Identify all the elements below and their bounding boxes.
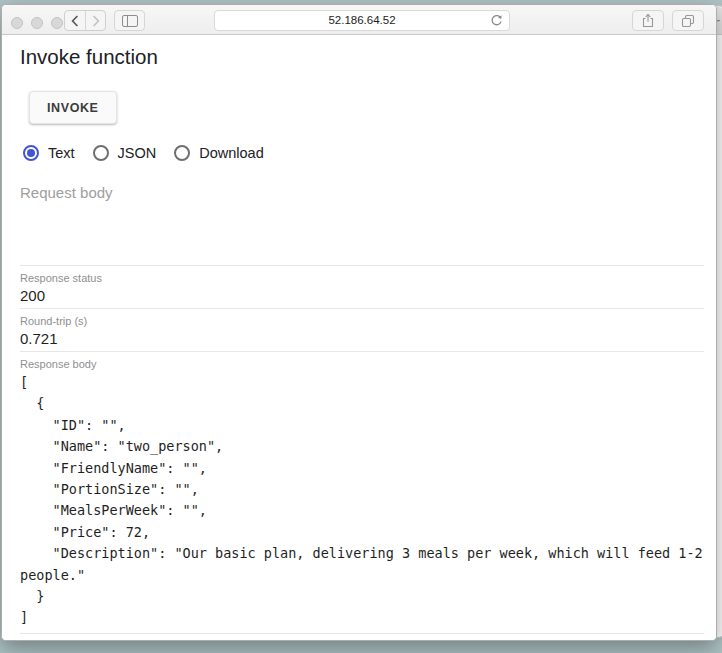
divider xyxy=(20,633,704,634)
radio-selected-icon xyxy=(23,145,39,161)
invoke-button[interactable]: INVOKE xyxy=(29,91,117,124)
tabs-icon xyxy=(681,14,695,28)
round-trip-label: Round-trip (s) xyxy=(20,315,704,327)
response-format-options: Text JSON Download xyxy=(23,145,704,161)
response-body-label: Response body xyxy=(20,358,704,370)
radio-text[interactable]: Text xyxy=(23,145,75,161)
navigation-buttons xyxy=(64,10,106,31)
radio-json-label: JSON xyxy=(118,145,157,161)
zoom-window-button[interactable] xyxy=(51,17,63,29)
chevron-right-icon xyxy=(92,15,100,27)
page-title: Invoke function xyxy=(20,45,704,69)
divider xyxy=(20,265,704,266)
radio-download[interactable]: Download xyxy=(174,145,264,161)
radio-text-label: Text xyxy=(48,145,75,161)
request-body-input[interactable]: Request body xyxy=(20,184,704,201)
refresh-button[interactable] xyxy=(490,14,503,27)
divider xyxy=(20,308,704,309)
radio-json[interactable]: JSON xyxy=(93,145,157,161)
response-status-label: Response status xyxy=(20,272,704,284)
minimize-window-button[interactable] xyxy=(31,17,43,29)
radio-download-label: Download xyxy=(199,145,264,161)
share-button[interactable] xyxy=(632,10,664,31)
address-bar[interactable]: 52.186.64.52 xyxy=(214,10,510,31)
browser-toolbar: 52.186.64.52 xyxy=(2,5,716,35)
sidebar-icon xyxy=(122,15,138,27)
refresh-icon xyxy=(490,14,503,27)
response-status-value: 200 xyxy=(20,287,704,304)
show-all-tabs-button[interactable] xyxy=(672,10,704,31)
close-window-button[interactable] xyxy=(11,17,23,29)
sidebar-button[interactable] xyxy=(114,10,145,31)
forward-button[interactable] xyxy=(85,11,105,30)
divider xyxy=(20,351,704,352)
page-content: Invoke function INVOKE Text JSON Downloa… xyxy=(2,35,716,640)
share-icon xyxy=(641,13,655,28)
radio-unselected-icon xyxy=(93,145,109,161)
radio-unselected-icon xyxy=(174,145,190,161)
window-controls xyxy=(11,17,63,29)
response-body-json: [ { "ID": "", "Name": "two_person", "Fri… xyxy=(20,372,704,629)
back-button[interactable] xyxy=(65,11,85,30)
url-text: 52.186.64.52 xyxy=(215,11,509,30)
browser-window: 52.186.64.52 Invoke function xyxy=(1,4,717,641)
chevron-left-icon xyxy=(71,15,79,27)
round-trip-value: 0.721 xyxy=(20,330,704,347)
